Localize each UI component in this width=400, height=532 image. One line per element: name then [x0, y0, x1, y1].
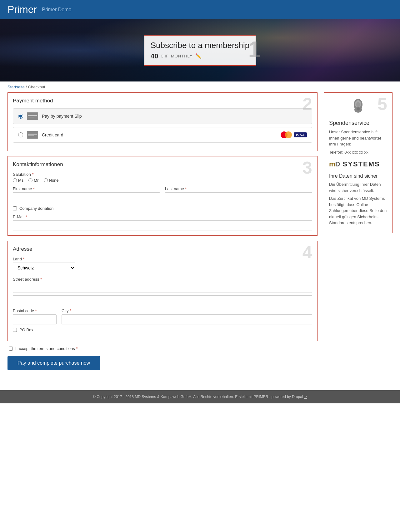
postal-input[interactable] [13, 314, 57, 324]
svg-point-10 [356, 102, 360, 107]
svg-rect-5 [28, 135, 34, 136]
street-group: Street address * [13, 277, 312, 305]
svg-point-9 [357, 107, 360, 111]
mastercard-logo [281, 131, 292, 138]
address-step-number: 4 [302, 244, 312, 261]
city-group: City * [62, 308, 312, 324]
breadcrumb-separator: / [26, 85, 28, 89]
street-input-2[interactable] [13, 295, 312, 305]
main-content: 2 Payment method Pay by payment Slip [0, 92, 400, 390]
slip-card-icon [27, 112, 38, 120]
visa-logo: VISA [294, 132, 307, 137]
payment-section: 2 Payment method Pay by payment Slip [8, 92, 318, 151]
hero-currency: CHF [161, 54, 168, 58]
salutation-none[interactable]: None [44, 178, 59, 183]
street-label: Street address * [13, 277, 312, 282]
email-label: E-Mail * [13, 214, 312, 219]
payment-radio-slip[interactable] [18, 114, 23, 119]
company-donation-checkbox-label[interactable]: Company donation [13, 206, 312, 211]
md-systems-logo: mD SYSTEMS [329, 160, 387, 168]
po-box-checkbox[interactable] [13, 328, 17, 332]
sidebar-security-text2: Das Zertifikat von MD Systems bestätigt,… [329, 195, 387, 226]
terms-row: I accept the terms and conditions * [8, 346, 318, 351]
right-column: 5 Spendenservice Unser Spendenservice hi… [324, 92, 392, 383]
first-name-label: First name * [13, 186, 160, 191]
sidebar-service-title: Spendenservice [329, 120, 387, 126]
salutation-mr[interactable]: Mr [28, 178, 38, 183]
last-name-group: Last name * [165, 186, 312, 202]
site-title: Primer [8, 4, 37, 15]
radio-none[interactable] [44, 178, 48, 182]
sidebar-step-number: 5 [378, 95, 387, 113]
email-input[interactable] [13, 220, 312, 230]
street-input-1[interactable] [13, 283, 312, 293]
terms-checkbox[interactable] [9, 347, 13, 351]
company-donation-checkbox[interactable] [13, 206, 17, 210]
systems-text: SYSTEMS [340, 160, 380, 168]
hero-amount-row: 40 CHF MONTHLY ✏️ [151, 52, 249, 60]
land-select[interactable]: Schweiz [13, 263, 75, 273]
postal-group: Postal code * [13, 308, 57, 324]
address-section-title: Adresse [13, 246, 312, 252]
hero-step-number: 1 [248, 38, 261, 61]
postal-label: Postal code * [13, 308, 57, 313]
hero-title: Subscribe to a membership [151, 41, 249, 50]
sidebar-service-text1: Unser Spendenservice hilft Ihnen gerne u… [329, 129, 387, 147]
postal-city-row: Postal code * City * [13, 308, 312, 324]
last-name-input[interactable] [165, 192, 312, 202]
hero-section: 1 Subscribe to a membership 40 CHF MONTH… [0, 19, 400, 81]
payment-card-label: Credit card [42, 132, 277, 137]
hero-period: MONTHLY [171, 54, 193, 58]
salutation-group: Salutation * Ms Mr None [13, 172, 312, 183]
salutation-label: Salutation * [13, 172, 312, 177]
first-name-group: First name * [13, 186, 160, 202]
radio-ms[interactable] [13, 178, 17, 182]
left-column: 2 Payment method Pay by payment Slip [8, 92, 318, 383]
card-logos: VISA [281, 131, 307, 138]
payment-option-card[interactable]: Credit card VISA [13, 127, 312, 143]
payment-radio-card[interactable] [18, 132, 23, 137]
svg-rect-2 [28, 117, 34, 117]
payment-section-title: Payment method [13, 98, 312, 104]
svg-rect-4 [28, 134, 37, 135]
svg-rect-3 [27, 131, 38, 139]
breadcrumb: Startseite / Checkout [0, 81, 400, 92]
land-group: Land * Schweiz [13, 257, 312, 273]
credit-card-icon [27, 131, 38, 139]
card-icon-svg [27, 112, 38, 120]
drupal-icon [349, 98, 368, 116]
submit-button[interactable]: Pay and complete purchase now [8, 356, 100, 370]
card-icon-svg2 [27, 131, 38, 139]
sidebar-service-text2: Telefon: 0xx xxx xx xx [329, 149, 387, 155]
terms-text: I accept the terms and conditions * [15, 346, 78, 351]
payment-step-number: 2 [302, 95, 312, 113]
salutation-radio-group: Ms Mr None [13, 178, 312, 183]
md-d-text: D [335, 160, 340, 168]
edit-icon[interactable]: ✏️ [195, 53, 202, 59]
name-row: First name * Last name * [13, 186, 312, 202]
hero-box: 1 Subscribe to a membership 40 CHF MONTH… [144, 35, 256, 66]
md-text: m [329, 160, 335, 168]
payment-slip-label: Pay by payment Slip [42, 114, 307, 119]
sidebar-security-title: Ihre Daten sind sicher [329, 173, 387, 179]
email-group: E-Mail * [13, 214, 312, 230]
footer-drupal-link[interactable]: ↗ [304, 395, 307, 399]
footer: © Copyright 2017 - 2018 MD Systems & Kam… [0, 390, 400, 403]
salutation-ms[interactable]: Ms [13, 178, 23, 183]
footer-text: © Copyright 2017 - 2018 MD Systems & Kam… [93, 395, 303, 399]
site-subtitle: Primer Demo [42, 7, 71, 12]
radio-mr[interactable] [28, 178, 32, 182]
svg-rect-1 [28, 115, 37, 116]
breadcrumb-home[interactable]: Startseite [8, 85, 25, 89]
po-box-checkbox-label[interactable]: PO Box [13, 328, 312, 332]
salutation-required: * [32, 172, 33, 177]
header: Primer Primer Demo [0, 0, 400, 19]
breadcrumb-current: Checkout [28, 85, 45, 89]
first-name-input[interactable] [13, 192, 160, 202]
payment-option-slip[interactable]: Pay by payment Slip [13, 108, 312, 124]
city-input[interactable] [62, 314, 312, 324]
hero-amount-value: 40 [151, 52, 158, 60]
land-label: Land * [13, 257, 312, 261]
contact-step-number: 3 [302, 159, 312, 176]
last-name-label: Last name * [165, 186, 312, 191]
